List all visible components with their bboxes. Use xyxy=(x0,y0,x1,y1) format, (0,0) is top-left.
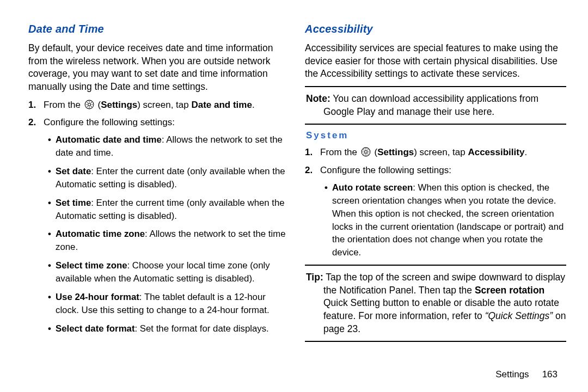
target-label: Accessibility xyxy=(468,147,524,157)
tip-bold: Screen rotation xyxy=(475,285,544,296)
svg-line-17 xyxy=(367,154,368,154)
divider xyxy=(305,86,566,87)
tip-block: Tip: Tap the top of the screen and swipe… xyxy=(305,271,566,335)
list-item: Select time zone: Choose your local time… xyxy=(56,259,290,285)
list-item: Automatic date and time: Allows the netw… xyxy=(56,133,290,160)
divider xyxy=(305,124,566,125)
settings-label: Settings xyxy=(377,147,414,157)
intro-text: Accessibility services are special featu… xyxy=(305,42,566,81)
bullet-list: Auto rotate screen: When this option is … xyxy=(320,181,566,259)
footer-section: Settings xyxy=(495,369,529,379)
cross-reference: “Quick Settings” xyxy=(485,310,553,321)
step-2: 2. Configure the following settings: Aut… xyxy=(44,117,290,335)
svg-line-6 xyxy=(87,102,87,102)
item-text: : When this option is checked, the scree… xyxy=(332,182,564,258)
item-label: Select date format xyxy=(56,323,134,334)
manual-page: Date and Time By default, your device re… xyxy=(0,0,588,392)
step-number: 1. xyxy=(305,146,313,159)
bullet-list: Automatic date and time: Allows the netw… xyxy=(44,133,290,335)
settings-label: Settings xyxy=(101,100,137,110)
list-item: Automatic time zone: Allows the network … xyxy=(56,228,290,254)
step-text-d: . xyxy=(252,100,255,110)
step-text: Configure the following settings: xyxy=(320,165,451,175)
svg-point-11 xyxy=(364,151,367,154)
list-item: Auto rotate screen: When this option is … xyxy=(332,181,566,259)
footer-page-number: 163 xyxy=(542,369,558,379)
step-1: 1. From the (Settings) screen, tap Date … xyxy=(44,99,290,112)
step-number: 2. xyxy=(305,164,313,177)
item-label: Set time xyxy=(56,198,91,208)
step-text-a: From the xyxy=(320,147,360,157)
steps-list: 1. From the (Settings) screen, tap Date … xyxy=(28,99,290,335)
settings-icon xyxy=(361,147,371,157)
subheading-system: System xyxy=(306,130,566,141)
step-text-c: ) screen, tap xyxy=(414,147,468,157)
heading-accessibility: Accessibility xyxy=(305,23,566,35)
item-label: Automatic date and time xyxy=(56,134,162,145)
svg-line-19 xyxy=(367,150,368,150)
note-block: Note: You can download accessibility app… xyxy=(305,93,566,118)
item-label: Select time zone xyxy=(56,260,127,271)
left-column: Date and Time By default, your device re… xyxy=(28,23,299,387)
svg-line-18 xyxy=(363,154,364,154)
item-label: Use 24-hour format xyxy=(56,292,139,302)
tip-label: Tip: xyxy=(306,272,323,283)
note-label: Note: xyxy=(306,93,330,104)
list-item: Set time: Enter the current time (only a… xyxy=(56,197,290,223)
item-label: Set date xyxy=(56,166,91,176)
page-footer: Settings163 xyxy=(495,369,558,380)
divider xyxy=(305,341,566,342)
note-body: You can download accessibility applicati… xyxy=(323,93,538,117)
divider xyxy=(305,265,566,266)
svg-line-7 xyxy=(91,106,91,107)
svg-line-9 xyxy=(91,102,91,102)
settings-icon xyxy=(84,100,94,109)
list-item: Select date format: Set the format for d… xyxy=(56,322,290,335)
steps-list: 1. From the (Settings) screen, tap Acces… xyxy=(305,146,566,259)
heading-date-and-time: Date and Time xyxy=(28,23,290,35)
list-item: Use 24-hour format: The tablet default i… xyxy=(56,291,290,317)
step-text-d: . xyxy=(524,147,527,157)
right-column: Accessibility Accessibility services are… xyxy=(299,23,566,387)
item-label: Automatic time zone xyxy=(56,229,145,239)
step-number: 2. xyxy=(28,117,36,129)
svg-line-8 xyxy=(87,106,87,107)
step-text-c: ) screen, tap xyxy=(137,100,191,110)
item-label: Auto rotate screen xyxy=(332,182,413,193)
svg-line-16 xyxy=(363,150,364,150)
item-text: : Set the format for date displays. xyxy=(134,323,268,334)
step-1: 1. From the (Settings) screen, tap Acces… xyxy=(320,146,566,159)
svg-point-1 xyxy=(88,103,90,106)
step-number: 1. xyxy=(28,99,36,112)
step-text: Configure the following settings: xyxy=(44,117,175,127)
target-label: Date and time xyxy=(191,100,252,110)
list-item: Set date: Enter the current date (only a… xyxy=(56,165,290,191)
step-text-a: From the xyxy=(44,100,83,110)
step-2: 2. Configure the following settings: Aut… xyxy=(320,164,566,259)
intro-text: By default, your device receives date an… xyxy=(28,42,290,94)
